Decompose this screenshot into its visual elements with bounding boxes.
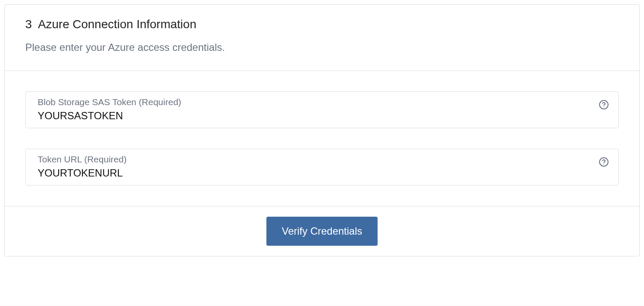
verify-credentials-button[interactable]: Verify Credentials [266, 217, 378, 246]
sas-token-input[interactable] [38, 110, 593, 122]
azure-connection-card: 3 Azure Connection Information Please en… [4, 4, 640, 256]
card-header: 3 Azure Connection Information Please en… [5, 5, 639, 71]
sas-token-label: Blob Storage SAS Token (Required) [38, 97, 593, 107]
token-url-input[interactable] [38, 167, 593, 179]
form-body: Blob Storage SAS Token (Required) Token … [5, 71, 639, 206]
step-number: 3 [25, 18, 32, 31]
section-subtitle: Please enter your Azure access credentia… [25, 41, 619, 53]
card-footer: Verify Credentials [5, 206, 639, 256]
step-title-text: Azure Connection Information [38, 18, 196, 31]
section-title: 3 Azure Connection Information [25, 18, 619, 31]
token-url-group: Token URL (Required) [25, 149, 619, 185]
sas-token-group: Blob Storage SAS Token (Required) [25, 91, 619, 128]
help-icon[interactable] [599, 157, 609, 167]
help-icon[interactable] [599, 100, 609, 110]
token-url-label: Token URL (Required) [38, 154, 593, 165]
